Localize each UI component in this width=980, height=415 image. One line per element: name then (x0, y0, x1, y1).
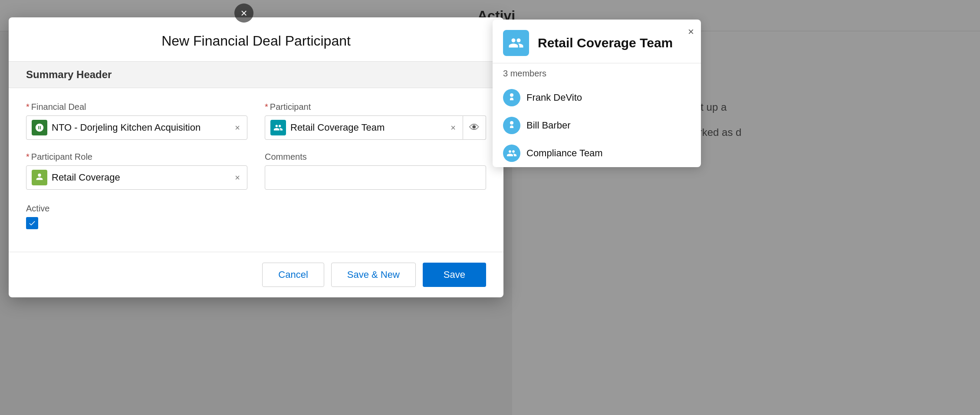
financial-deal-clear[interactable]: × (233, 121, 242, 135)
form-row-1: * Financial Deal NTO - Dorjeling Kitchen… (26, 102, 486, 140)
member-item-2: Compliance Team (493, 139, 701, 167)
member-name-1: Bill Barber (526, 120, 570, 131)
participant-role-required: * (26, 152, 30, 162)
participant-role-label: * Participant Role (26, 152, 247, 162)
participant-input[interactable]: Retail Coverage Team × (265, 115, 463, 140)
participant-field: * Participant Retail Coverage Team × (265, 102, 486, 140)
team-popup-icon (503, 30, 529, 56)
team-popup-close[interactable]: × (688, 26, 694, 38)
member-avatar-0 (503, 89, 520, 106)
member-item-1: Bill Barber (493, 112, 701, 139)
active-checkbox[interactable] (26, 217, 38, 229)
team-popup: × Retail Coverage Team 3 members Frank D… (493, 20, 701, 167)
financial-deal-icon (32, 120, 47, 135)
new-financial-deal-modal: New Financial Deal Participant Summary H… (9, 17, 503, 297)
modal-title: New Financial Deal Participant (9, 17, 503, 61)
member-name-2: Compliance Team (526, 148, 603, 159)
member-name-0: Frank DeVito (526, 92, 582, 103)
financial-deal-required: * (26, 102, 30, 112)
financial-deal-field: * Financial Deal NTO - Dorjeling Kitchen… (26, 102, 247, 140)
member-avatar-1 (503, 117, 520, 134)
participant-value: Retail Coverage Team (290, 122, 444, 133)
team-popup-header: Retail Coverage Team (493, 20, 701, 63)
financial-deal-input[interactable]: NTO - Dorjeling Kitchen Acquisition × (26, 115, 247, 140)
member-avatar-2 (503, 145, 520, 162)
participant-icon (270, 120, 286, 135)
cancel-button[interactable]: Cancel (262, 263, 324, 287)
participant-input-wrap: Retail Coverage Team × (265, 115, 463, 140)
participant-role-clear[interactable]: × (233, 171, 242, 184)
participant-role-icon (32, 170, 47, 185)
save-button[interactable]: Save (423, 263, 486, 287)
financial-deal-label: * Financial Deal (26, 102, 247, 112)
team-popup-name: Retail Coverage Team (538, 36, 673, 50)
participant-role-input[interactable]: Retail Coverage × (26, 165, 247, 190)
summary-header-section: Summary Header (9, 61, 503, 88)
participant-row: Retail Coverage Team × 👁 (265, 115, 486, 140)
active-label: Active (26, 204, 486, 214)
modal-outer-close[interactable]: × (234, 3, 253, 23)
team-popup-members-count: 3 members (493, 63, 701, 84)
participant-required: * (265, 102, 268, 112)
form-row-2: * Participant Role Retail Coverage × Com… (26, 152, 486, 191)
participant-label: * Participant (265, 102, 486, 112)
modal-close-icon[interactable]: × (234, 3, 253, 23)
comments-label: Comments (265, 152, 486, 162)
participant-eye-button[interactable]: 👁 (469, 122, 480, 134)
participant-clear[interactable]: × (449, 121, 457, 135)
modal-footer: Cancel Save & New Save (9, 252, 503, 297)
comments-field: Comments (265, 152, 486, 191)
participant-role-value: Retail Coverage (52, 172, 229, 183)
active-section: Active (26, 204, 486, 229)
form-body: * Financial Deal NTO - Dorjeling Kitchen… (9, 88, 503, 252)
member-item-0: Frank DeVito (493, 84, 701, 112)
financial-deal-value: NTO - Dorjeling Kitchen Acquisition (52, 122, 229, 133)
participant-role-field: * Participant Role Retail Coverage × (26, 152, 247, 191)
save-new-button[interactable]: Save & New (331, 263, 416, 287)
comments-textarea[interactable] (265, 165, 486, 190)
eye-btn-container: 👁 (463, 115, 486, 140)
